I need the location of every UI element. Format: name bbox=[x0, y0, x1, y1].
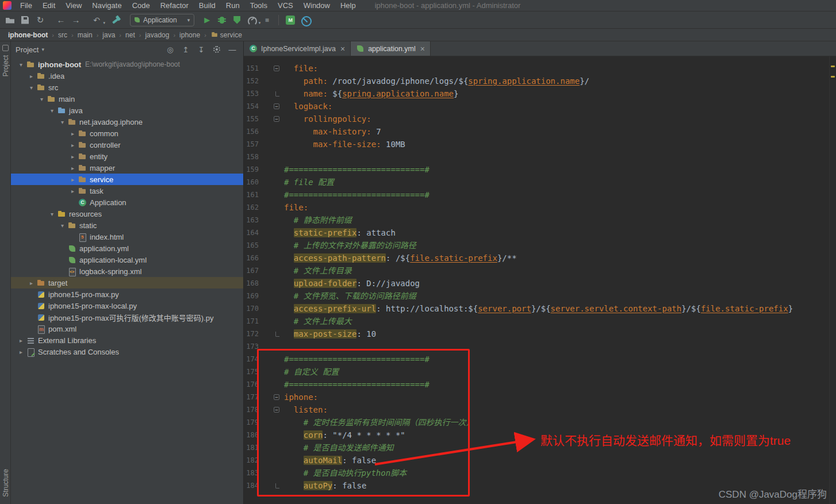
fold-collapse-icon[interactable]: − bbox=[274, 394, 279, 400]
project-tool-window-icon[interactable] bbox=[2, 45, 9, 51]
tree-item-entity[interactable]: ▸entity bbox=[11, 151, 243, 162]
code-line-168[interactable]: 168 upload-folder: D://javadog bbox=[244, 277, 836, 290]
chevron-right-icon[interactable]: ▸ bbox=[18, 337, 24, 344]
menu-edit[interactable]: Edit bbox=[37, 0, 60, 11]
breadcrumb-item-main[interactable]: main bbox=[76, 31, 94, 39]
tree-item-iphone15-pro-max-py[interactable]: iphone15-pro-max.py bbox=[11, 288, 243, 300]
breadcrumb-item-service[interactable]: service bbox=[209, 30, 243, 39]
menu-tools[interactable]: Tools bbox=[245, 0, 273, 11]
build-icon[interactable] bbox=[110, 13, 125, 27]
close-icon[interactable]: × bbox=[340, 44, 345, 53]
code-line-167[interactable]: 167 # 文件上传目录 bbox=[244, 264, 836, 277]
tree-item-src[interactable]: ▾src bbox=[11, 82, 243, 93]
code-line-159[interactable]: 159#============================# bbox=[244, 163, 836, 176]
tree-item-net-javadog-iphone[interactable]: ▾net.javadog.iphone bbox=[11, 116, 243, 128]
breadcrumb-item-java[interactable]: java bbox=[101, 31, 116, 39]
code-line-182[interactable]: 182 autoMail: false bbox=[244, 454, 836, 467]
code-line-151[interactable]: 151− file: bbox=[244, 62, 836, 75]
code-line-154[interactable]: 154− logback: bbox=[244, 100, 836, 113]
code-line-162[interactable]: 162file: bbox=[244, 201, 836, 214]
breadcrumb-item-src[interactable]: src bbox=[57, 31, 68, 39]
run-icon[interactable]: ▶ bbox=[200, 13, 214, 27]
forward-icon[interactable]: → bbox=[68, 13, 83, 27]
tree-item-index-html[interactable]: index.html bbox=[11, 231, 243, 243]
code-line-161[interactable]: 161#============================# bbox=[244, 188, 836, 201]
fold-collapse-icon[interactable]: − bbox=[274, 407, 279, 413]
tree-item-target[interactable]: ▸target bbox=[11, 277, 243, 288]
markdown-icon[interactable] bbox=[283, 13, 298, 27]
code-line-173[interactable]: 173 bbox=[244, 340, 836, 353]
tree-item-main[interactable]: ▾main bbox=[11, 93, 243, 105]
chevron-right-icon[interactable]: ▸ bbox=[70, 188, 76, 194]
open-icon[interactable] bbox=[3, 13, 18, 27]
hide-icon[interactable]: — bbox=[227, 44, 237, 55]
fold-collapse-icon[interactable]: − bbox=[274, 116, 279, 122]
chevron-right-icon[interactable]: ▸ bbox=[70, 130, 76, 137]
breadcrumb-item-iphone[interactable]: iphone bbox=[178, 31, 201, 39]
chevron-right-icon[interactable]: ▸ bbox=[70, 176, 76, 183]
tree-item-external-libraries[interactable]: ▸External Libraries bbox=[11, 334, 243, 346]
menu-run[interactable]: Run bbox=[221, 0, 245, 11]
code-line-170[interactable]: 170 access-prefix-url: http://localhost:… bbox=[244, 302, 836, 315]
back-icon[interactable]: ← bbox=[53, 13, 68, 27]
structure-tool-button[interactable]: Structure bbox=[2, 469, 10, 497]
code-line-160[interactable]: 160# file 配置 bbox=[244, 176, 836, 188]
code-line-157[interactable]: 157 max-file-size: 10MB bbox=[244, 138, 836, 151]
tree-item-idea[interactable]: ▸.idea bbox=[11, 70, 243, 82]
sync-icon[interactable]: ↻ bbox=[33, 13, 48, 27]
menu-window[interactable]: Window bbox=[298, 0, 335, 11]
code-line-172[interactable]: 172 max-post-size: 10 bbox=[244, 328, 836, 340]
editor-tab-application-yml[interactable]: application.yml× bbox=[351, 41, 431, 56]
fold-collapse-icon[interactable]: − bbox=[274, 103, 279, 109]
menu-view[interactable]: View bbox=[60, 0, 87, 11]
menu-build[interactable]: Build bbox=[194, 0, 221, 11]
chevron-down-icon[interactable]: ▾ bbox=[41, 47, 44, 52]
code-line-166[interactable]: 166 access-path-pattern: /${file.static-… bbox=[244, 252, 836, 264]
code-line-164[interactable]: 164 static-prefix: attach bbox=[244, 226, 836, 239]
menu-code[interactable]: Code bbox=[127, 0, 155, 11]
menu-navigate[interactable]: Navigate bbox=[87, 0, 126, 11]
breadcrumb-item-net[interactable]: net bbox=[124, 31, 136, 39]
tree-item-static[interactable]: ▾static bbox=[11, 220, 243, 231]
stop-icon[interactable]: ■ bbox=[259, 13, 274, 27]
code-line-152[interactable]: 152 path: /root/javadog/iphone/logs/${sp… bbox=[244, 75, 836, 87]
tree-item-pom-xml[interactable]: pom.xml bbox=[11, 323, 243, 334]
chevron-right-icon[interactable]: ▸ bbox=[70, 142, 76, 148]
tree-item-service[interactable]: ▸service bbox=[11, 174, 243, 185]
tree-item-common[interactable]: ▸common bbox=[11, 128, 243, 139]
collapse-all-icon[interactable]: ↥ bbox=[181, 44, 191, 55]
chevron-right-icon[interactable]: ▸ bbox=[28, 280, 34, 286]
chevron-down-icon[interactable]: ▾ bbox=[49, 107, 55, 114]
code-line-169[interactable]: 169 # 文件预览、下载的访问路径前缀 bbox=[244, 290, 836, 302]
code-line-165[interactable]: 165 # 上传的文件对外暴露的访问路径 bbox=[244, 239, 836, 252]
code-line-155[interactable]: 155− rollingpolicy: bbox=[244, 113, 836, 125]
code-line-177[interactable]: 177−iphone: bbox=[244, 391, 836, 403]
code-line-176[interactable]: 176#============================# bbox=[244, 378, 836, 391]
chevron-down-icon[interactable]: ▾ bbox=[28, 84, 34, 91]
tree-item-application-local-yml[interactable]: application-local.yml bbox=[11, 254, 243, 266]
tree-item-iphone15-pro-max-local-py[interactable]: iphone15-pro-max-local.py bbox=[11, 300, 243, 311]
code-line-158[interactable]: 158 bbox=[244, 151, 836, 163]
code-line-175[interactable]: 175# 自定义 配置 bbox=[244, 366, 836, 378]
close-icon[interactable]: × bbox=[420, 44, 425, 53]
breadcrumb-item-javadog[interactable]: javadog bbox=[144, 31, 170, 39]
code-line-156[interactable]: 156 max-history: 7 bbox=[244, 125, 836, 138]
coverage-icon[interactable] bbox=[229, 13, 244, 27]
chevron-right-icon[interactable]: ▸ bbox=[28, 73, 34, 79]
tree-item-task[interactable]: ▸task bbox=[11, 185, 243, 197]
tree-item-controller[interactable]: ▸controller bbox=[11, 139, 243, 151]
profiler-icon[interactable]: ▾ bbox=[244, 13, 259, 27]
run-configuration-select[interactable]: Application ▾ bbox=[130, 14, 194, 26]
save-icon[interactable] bbox=[18, 13, 33, 27]
code-line-163[interactable]: 163 # 静态附件前缀 bbox=[244, 214, 836, 226]
code-line-153[interactable]: 153 name: ${spring.application.name} bbox=[244, 87, 836, 100]
code-line-174[interactable]: 174#============================# bbox=[244, 353, 836, 366]
tree-item-logback-spring-xml[interactable]: logback-spring.xml bbox=[11, 266, 243, 277]
expand-all-icon[interactable]: ↧ bbox=[196, 44, 206, 55]
tree-item-iphone-boot[interactable]: ▾iphone-bootE:\workgit\javadog\iphone-bo… bbox=[11, 59, 243, 70]
project-tool-button[interactable]: Project bbox=[2, 55, 10, 76]
tree-item-java[interactable]: ▾java bbox=[11, 105, 243, 116]
menu-vcs[interactable]: VCS bbox=[273, 0, 298, 11]
tree-item-application-yml[interactable]: application.yml bbox=[11, 243, 243, 254]
menu-help[interactable]: Help bbox=[335, 0, 361, 11]
